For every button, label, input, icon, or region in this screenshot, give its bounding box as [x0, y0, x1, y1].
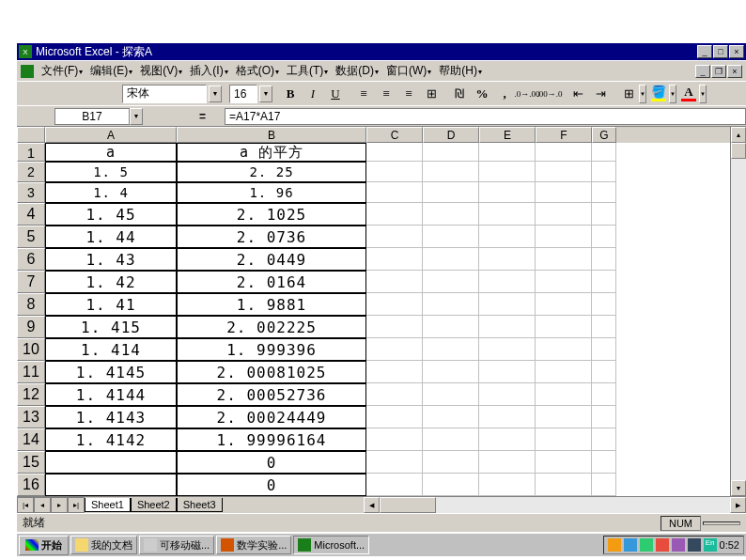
menu-format[interactable]: 格式(O)▾	[232, 61, 283, 81]
col-header-e[interactable]: E	[479, 127, 536, 143]
col-header-a[interactable]: A	[45, 127, 177, 143]
cell[interactable]	[536, 383, 592, 406]
cell[interactable]: 2. 00081025	[177, 361, 366, 383]
task-math-experiment[interactable]: 数学实验...	[216, 536, 291, 554]
cell[interactable]: a 的平方	[177, 143, 366, 162]
cell[interactable]	[479, 474, 536, 496]
cell[interactable]	[536, 203, 592, 226]
sheet-next-button[interactable]: ▸	[51, 497, 68, 513]
cell[interactable]: 1. 414	[45, 338, 177, 361]
row-header[interactable]: 13	[17, 406, 45, 428]
cell[interactable]	[423, 248, 479, 271]
cell[interactable]: 1. 43	[45, 248, 177, 271]
cell[interactable]	[536, 248, 592, 271]
cell[interactable]	[423, 226, 479, 248]
cell[interactable]	[366, 338, 423, 361]
merge-center-button[interactable]: ⊞	[421, 84, 442, 104]
cell[interactable]: 0	[177, 451, 366, 474]
menu-file[interactable]: 文件(F)▾	[38, 61, 86, 81]
cell[interactable]	[536, 428, 592, 451]
cell[interactable]	[479, 293, 536, 316]
cell[interactable]	[536, 162, 592, 182]
row-header[interactable]: 3	[17, 182, 45, 203]
cell[interactable]: a	[45, 143, 177, 162]
select-all-corner[interactable]	[17, 127, 45, 143]
cell[interactable]	[366, 383, 423, 406]
cell[interactable]	[423, 316, 479, 338]
row-header[interactable]: 16	[17, 474, 45, 496]
cell[interactable]	[536, 182, 592, 203]
cell[interactable]	[479, 406, 536, 428]
row-header[interactable]: 5	[17, 226, 45, 248]
cell[interactable]	[423, 361, 479, 383]
row-header[interactable]: 4	[17, 203, 45, 226]
cell[interactable]	[479, 383, 536, 406]
cell[interactable]	[592, 428, 616, 451]
cell[interactable]: 2. 0449	[177, 248, 366, 271]
menu-insert[interactable]: 插入(I)▾	[186, 61, 231, 81]
cell[interactable]: 1. 41	[45, 293, 177, 316]
font-color-button[interactable]: A	[678, 84, 699, 104]
scroll-thumb[interactable]	[731, 143, 746, 159]
cell[interactable]	[479, 143, 536, 162]
cell[interactable]	[536, 226, 592, 248]
cell[interactable]	[536, 271, 592, 293]
doc-restore-button[interactable]: ❐	[711, 65, 726, 78]
tray-icon-4[interactable]	[656, 538, 669, 552]
cell[interactable]	[423, 474, 479, 496]
cell[interactable]	[592, 143, 616, 162]
ime-icon[interactable]: En	[704, 538, 717, 552]
clock[interactable]: 0:52	[720, 539, 739, 551]
row-header[interactable]: 6	[17, 248, 45, 271]
cell[interactable]	[479, 203, 536, 226]
cell[interactable]	[366, 143, 423, 162]
name-box[interactable]: B17	[54, 108, 130, 125]
percent-button[interactable]: %	[472, 84, 492, 104]
fill-color-button[interactable]: 🪣	[648, 84, 669, 104]
cell[interactable]	[592, 451, 616, 474]
cell[interactable]	[366, 203, 423, 226]
row-header[interactable]: 10	[17, 338, 45, 361]
underline-button[interactable]: U	[325, 84, 346, 104]
cell[interactable]	[479, 182, 536, 203]
cell[interactable]: 1. 4142	[45, 428, 177, 451]
cell[interactable]	[479, 162, 536, 182]
decrease-decimal-button[interactable]: .00→.0	[539, 84, 560, 104]
currency-button[interactable]: ₪	[449, 84, 470, 104]
align-left-button[interactable]: ≡	[353, 84, 374, 104]
menu-data[interactable]: 数据(D)▾	[332, 61, 382, 81]
col-header-b[interactable]: B	[177, 127, 366, 143]
cell[interactable]	[423, 271, 479, 293]
cell[interactable]	[423, 338, 479, 361]
cell[interactable]	[479, 248, 536, 271]
row-header[interactable]: 11	[17, 361, 45, 383]
sheet-tab-1[interactable]: Sheet1	[85, 498, 131, 512]
cell[interactable]	[479, 271, 536, 293]
cell[interactable]	[536, 293, 592, 316]
start-button[interactable]: 开始	[19, 536, 69, 555]
tray-icon-3[interactable]	[640, 538, 653, 552]
comma-button[interactable]: ,	[494, 84, 515, 104]
row-header[interactable]: 2	[17, 162, 45, 182]
close-button[interactable]: ×	[729, 45, 744, 58]
formula-input[interactable]: =A17*A17	[225, 108, 746, 125]
vertical-scrollbar[interactable]: ▲ ▼	[730, 127, 746, 496]
cell[interactable]	[479, 361, 536, 383]
cell[interactable]: 2. 0736	[177, 226, 366, 248]
doc-close-button[interactable]: ×	[727, 65, 742, 78]
cell[interactable]: 2. 1025	[177, 203, 366, 226]
cell[interactable]	[423, 383, 479, 406]
cell[interactable]	[479, 316, 536, 338]
cell[interactable]	[536, 474, 592, 496]
cell[interactable]: 1. 99996164	[177, 428, 366, 451]
cell[interactable]	[592, 248, 616, 271]
cell[interactable]: 2. 002225	[177, 316, 366, 338]
task-removable-disk[interactable]: 可移动磁...	[139, 536, 214, 554]
cell[interactable]	[366, 182, 423, 203]
col-header-c[interactable]: C	[366, 127, 423, 143]
cell[interactable]	[592, 338, 616, 361]
maximize-button[interactable]: □	[713, 45, 728, 58]
cell[interactable]: 1. 44	[45, 226, 177, 248]
menu-view[interactable]: 视图(V)▾	[136, 61, 186, 81]
horizontal-scrollbar[interactable]: ◀ ▶	[364, 497, 746, 513]
